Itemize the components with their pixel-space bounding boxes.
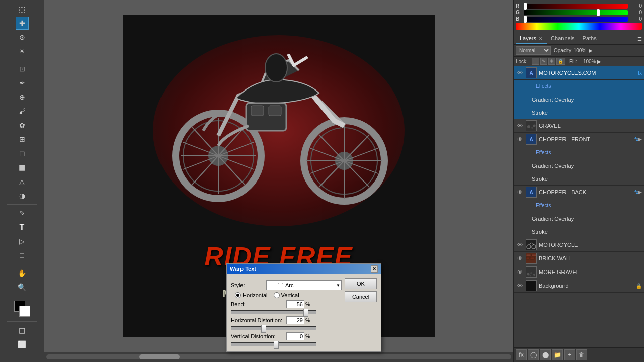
warp-ok-button[interactable]: OK [345, 278, 377, 289]
layer-visibility-more-gravel[interactable]: 👁 [516, 268, 524, 276]
heal-tool[interactable]: ⊕ [16, 90, 29, 104]
layer-arrow-chopper-back[interactable]: ▶ [638, 190, 642, 195]
tab-layers-close[interactable]: ✕ [539, 36, 543, 41]
layer-fx-button[interactable]: fx [516, 349, 527, 360]
text-tool[interactable]: T [16, 221, 29, 234]
layer-item-motorcycle[interactable]: 👁 MOTORCYCLE [514, 238, 644, 252]
quick-mask-tool[interactable]: ◫ [16, 324, 29, 337]
layer-item-more-gravel[interactable]: 👁 MORE GRAVEL [514, 265, 644, 279]
warp-horiz-dist-input[interactable] [286, 316, 304, 324]
pen-tool[interactable]: ✎ [16, 207, 29, 220]
path-select-tool[interactable]: ▷ [16, 235, 29, 248]
b-label: B [516, 16, 522, 22]
hand-tool[interactable]: ✋ [16, 266, 29, 280]
lock-all-btn[interactable]: 🔒 [556, 58, 565, 65]
fill-arrow[interactable]: ▶ [597, 59, 601, 64]
warp-dialog-titlebar[interactable]: Warp Text ✕ [227, 264, 381, 274]
canvas-scrollbar-horizontal[interactable] [44, 352, 513, 362]
layer-fx-motorcycles-com[interactable]: fx [638, 70, 642, 76]
layer-visibility-chopper-front[interactable]: 👁 [516, 135, 524, 143]
lock-position-btn[interactable]: ✙ [548, 58, 555, 65]
layer-fx-chopper-front[interactable]: fx [634, 137, 638, 142]
layer-visibility-motorcycles-com[interactable]: 👁 [516, 69, 524, 77]
warp-vert-dist-slider-thumb[interactable] [274, 341, 279, 349]
r-slider-track[interactable] [524, 4, 628, 9]
b-slider-thumb[interactable] [524, 16, 527, 23]
dodge-tool[interactable]: ◑ [16, 189, 29, 202]
background-color[interactable] [19, 306, 30, 317]
warp-style-select[interactable]: ⌒ Arc ▼ [266, 280, 342, 290]
layer-gradient-overlay-motorcycles-com[interactable]: Gradient Overlay [514, 93, 644, 106]
layer-new-button[interactable]: + [564, 349, 575, 360]
layer-visibility-gravel[interactable]: 👁 [516, 122, 524, 130]
warp-horizontal-radio-label[interactable]: Horizontal [235, 292, 268, 298]
marquee-tool[interactable]: ⬚ [16, 3, 29, 16]
clone-tool[interactable]: ✿ [16, 119, 29, 132]
opacity-arrow[interactable]: ▶ [589, 48, 593, 53]
layer-thumbnail-gravel [526, 120, 537, 131]
move-tool[interactable]: ✚ [16, 17, 29, 30]
layer-visibility-chopper-back[interactable]: 👁 [516, 188, 524, 196]
layer-gradient-overlay-chopper-back[interactable]: Gradient Overlay [514, 212, 644, 225]
layer-item-gravel[interactable]: 👁 GRAVEL [514, 119, 644, 133]
layer-stroke-chopper-front[interactable]: Stroke [514, 172, 644, 186]
layer-item-motorcycles-com[interactable]: 👁 A MOTORCYCLES.COM fx [514, 66, 644, 80]
warp-vert-dist-input[interactable] [286, 332, 304, 340]
lasso-tool[interactable]: ⊛ [16, 31, 29, 44]
zoom-tool[interactable]: 🔍 [16, 281, 29, 294]
shape-tool[interactable]: □ [16, 249, 29, 262]
layer-arrow-chopper-front[interactable]: ▶ [638, 137, 642, 142]
brush-tool[interactable]: 🖌 [16, 105, 29, 118]
tab-channels[interactable]: Channels [547, 33, 578, 44]
warp-bend-slider-thumb[interactable] [303, 309, 308, 317]
layer-item-brick-wall[interactable]: 👁 BRICK WALL [514, 252, 644, 265]
lock-pixels-btn[interactable]: ✎ [540, 58, 547, 65]
layer-visibility-background[interactable]: 👁 [516, 282, 524, 290]
layer-group-button[interactable]: 📁 [552, 349, 563, 360]
blur-tool[interactable]: △ [16, 175, 29, 188]
layer-stroke-motorcycles-com[interactable]: Stroke [514, 106, 644, 119]
layer-fx-chopper-back[interactable]: fx [634, 190, 638, 195]
warp-bend-slider[interactable] [231, 310, 316, 314]
crop-tool[interactable]: ⊡ [16, 62, 29, 75]
lock-transparent-btn[interactable]: ⬚ [532, 58, 539, 65]
warp-bend-input[interactable] [286, 300, 304, 308]
tab-paths[interactable]: Paths [579, 33, 601, 44]
b-slider-track[interactable] [524, 17, 628, 22]
layer-visibility-brick-wall[interactable]: 👁 [516, 254, 524, 262]
r-slider-thumb[interactable] [524, 3, 527, 10]
layer-adjustment-button[interactable]: ⬤ [540, 349, 551, 360]
warp-horiz-dist-slider-thumb[interactable] [261, 325, 266, 333]
layer-item-background[interactable]: 👁 Background 🔒 [514, 279, 644, 293]
tab-layers[interactable]: Layers ✕ [516, 33, 547, 44]
layer-gradient-overlay-chopper-front[interactable]: Gradient Overlay [514, 159, 644, 172]
g-slider-thumb[interactable] [597, 9, 600, 16]
eraser-tool[interactable]: ◻ [16, 147, 29, 160]
layer-item-chopper-back[interactable]: 👁 A CHOPPER - BACK fx ▶ [514, 186, 644, 199]
warp-horiz-dist-slider[interactable] [231, 326, 316, 330]
layer-item-chopper-front[interactable]: 👁 A CHOPPER - FRONT fx ▶ [514, 133, 644, 146]
horizontal-scroll-track[interactable] [46, 354, 511, 359]
color-swatch-bar[interactable] [516, 23, 642, 30]
blend-mode-select[interactable]: Normal [516, 46, 551, 55]
screen-mode-tool[interactable]: ⬜ [16, 338, 29, 351]
horizontal-scroll-thumb[interactable] [139, 354, 180, 359]
warp-dialog-close[interactable]: ✕ [371, 265, 378, 273]
layer-thumbnail-motorcycle [526, 239, 537, 250]
warp-vert-dist-slider[interactable] [231, 342, 316, 346]
layer-mask-button[interactable]: ◯ [528, 349, 539, 360]
gradient-tool[interactable]: ▦ [16, 161, 29, 174]
g-slider-track[interactable] [524, 10, 628, 15]
panel-menu-icon[interactable]: ☰ [637, 36, 642, 42]
history-tool[interactable]: ⊞ [16, 133, 29, 146]
magic-wand-tool[interactable]: ✴ [16, 45, 29, 58]
layer-visibility-motorcycle[interactable]: 👁 [516, 241, 524, 249]
warp-vertical-radio[interactable] [274, 292, 280, 298]
eyedropper-tool[interactable]: ✒ [16, 76, 29, 89]
warp-horizontal-radio[interactable] [235, 292, 241, 298]
layer-stroke-chopper-back[interactable]: Stroke [514, 225, 644, 238]
warp-cancel-button[interactable]: Cancel [345, 291, 377, 302]
warp-vertical-radio-label[interactable]: Vertical [274, 292, 299, 298]
panel-options-btn[interactable]: ☰ [637, 36, 642, 42]
layer-delete-button[interactable]: 🗑 [576, 349, 587, 360]
